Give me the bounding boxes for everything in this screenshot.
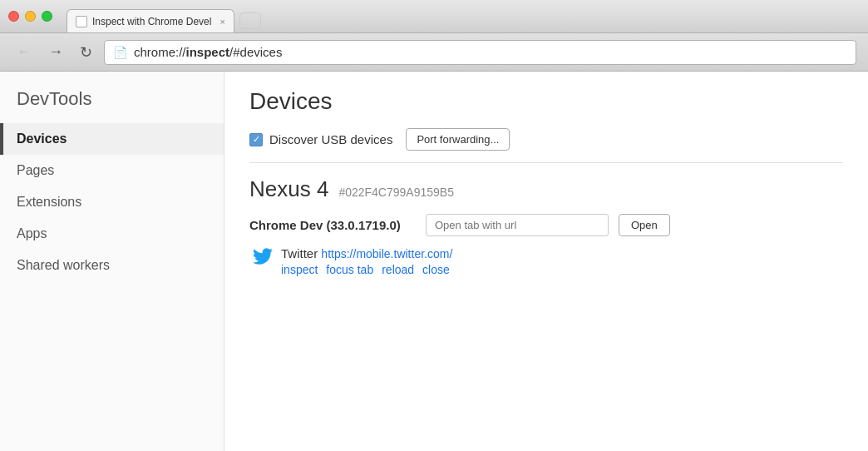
active-tab[interactable]: Inspect with Chrome Devel × [67, 9, 234, 32]
page-actions: inspect focus tab reload close [281, 263, 452, 276]
tab-title: Inspect with Chrome Devel [92, 16, 211, 27]
page-info: Twitter https://mobile.twitter.com/ insp… [281, 246, 452, 276]
content-area: DevTools Devices Pages Extensions Apps S… [0, 72, 868, 451]
open-tab-button[interactable]: Open [619, 214, 670, 236]
forward-button[interactable]: → [43, 42, 68, 62]
chrome-browser-label: Chrome Dev (33.0.1719.0) [249, 218, 416, 232]
sidebar-item-devices[interactable]: Devices [0, 123, 224, 155]
nav-bar: ← → ↻ 📄 chrome://inspect/#devices [0, 33, 868, 72]
page-site-name: Twitter [281, 246, 318, 260]
chrome-row: Chrome Dev (33.0.1719.0) Open [249, 214, 843, 236]
twitter-icon [253, 246, 273, 266]
sidebar-item-extensions[interactable]: Extensions [0, 186, 224, 218]
window-controls [8, 11, 52, 22]
tab-favicon [76, 16, 87, 27]
page-icon: 📄 [113, 46, 127, 59]
back-button[interactable]: ← [12, 42, 37, 62]
minimize-window-button[interactable] [25, 11, 36, 22]
sidebar: DevTools Devices Pages Extensions Apps S… [0, 72, 224, 451]
main-content: Devices ✓ Discover USB devices Port forw… [224, 72, 868, 451]
discover-usb-label: Discover USB devices [269, 132, 392, 146]
device-name: Nexus 4 [249, 176, 328, 202]
sidebar-item-pages[interactable]: Pages [0, 155, 224, 186]
page-url-link[interactable]: https://mobile.twitter.com/ [321, 247, 452, 260]
sidebar-title: DevTools [0, 88, 224, 123]
address-bold: inspect [186, 45, 230, 59]
reload-button[interactable]: ↻ [75, 42, 97, 63]
discover-usb-checkbox[interactable]: ✓ [249, 133, 263, 146]
new-tab-button[interactable] [239, 12, 261, 29]
sidebar-item-apps[interactable]: Apps [0, 218, 224, 250]
discover-label[interactable]: ✓ Discover USB devices [249, 132, 392, 146]
discover-row: ✓ Discover USB devices Port forwarding..… [249, 128, 843, 163]
close-link[interactable]: close [422, 263, 450, 276]
device-header: Nexus 4 #022F4C799A9159B5 [249, 176, 843, 202]
sidebar-item-shared-workers[interactable]: Shared workers [0, 250, 224, 281]
address-text: chrome://inspect/#devices [134, 45, 282, 59]
page-title: Devices [249, 88, 843, 115]
focus-tab-link[interactable]: focus tab [326, 263, 373, 276]
maximize-window-button[interactable] [42, 11, 52, 22]
device-id: #022F4C799A9159B5 [338, 186, 454, 199]
port-forwarding-button[interactable]: Port forwarding... [406, 128, 510, 151]
address-bar[interactable]: 📄 chrome://inspect/#devices [104, 40, 856, 65]
tab-bar: Inspect with Chrome Devel × [62, 0, 261, 32]
page-title-row: Twitter https://mobile.twitter.com/ [281, 246, 452, 260]
device-section: Nexus 4 #022F4C799A9159B5 Chrome Dev (33… [249, 176, 843, 276]
close-window-button[interactable] [8, 11, 19, 22]
page-row: Twitter https://mobile.twitter.com/ insp… [249, 246, 843, 276]
reload-link[interactable]: reload [382, 263, 414, 276]
tab-close-button[interactable]: × [219, 17, 224, 27]
open-tab-url-input[interactable] [426, 214, 609, 236]
title-bar: Inspect with Chrome Devel × [0, 0, 868, 33]
inspect-link[interactable]: inspect [281, 263, 318, 276]
